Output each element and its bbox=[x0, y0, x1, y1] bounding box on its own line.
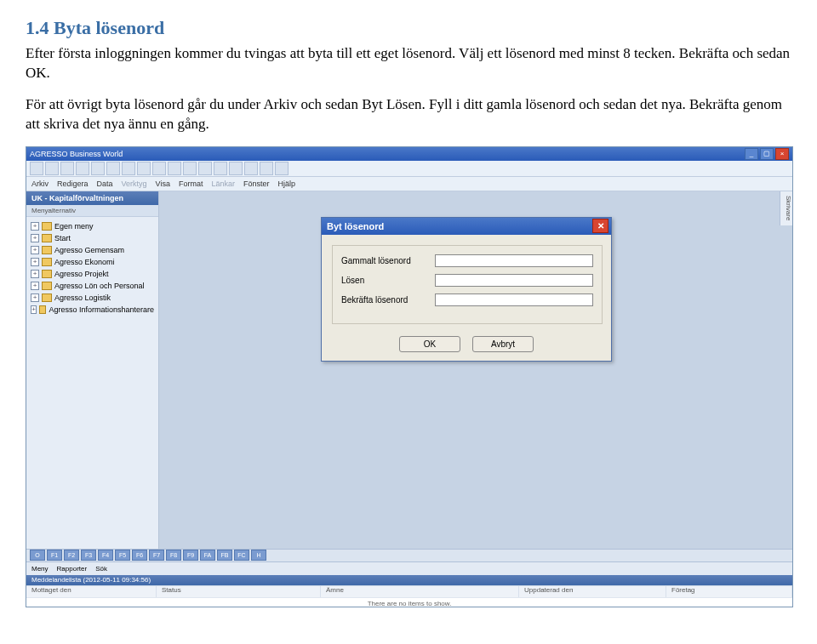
expand-icon[interactable]: + bbox=[31, 305, 37, 314]
menu-hjalp[interactable]: Hjälp bbox=[277, 180, 295, 188]
fkey[interactable]: O bbox=[30, 550, 45, 561]
tab-rapporter[interactable]: Rapporter bbox=[57, 565, 88, 573]
fkey[interactable]: F9 bbox=[183, 550, 198, 561]
fkey[interactable]: H bbox=[251, 550, 266, 561]
old-password-label: Gammalt lösenord bbox=[341, 256, 435, 265]
dialog-titlebar: Byt lösenord ✕ bbox=[322, 218, 611, 235]
fkey[interactable]: F8 bbox=[166, 550, 181, 561]
confirm-password-label: Bekräfta lösenord bbox=[341, 295, 435, 305]
fkey[interactable]: F4 bbox=[98, 550, 113, 561]
fkey[interactable]: F6 bbox=[132, 550, 147, 561]
folder-icon bbox=[42, 282, 52, 290]
toolbar-icon[interactable] bbox=[260, 162, 273, 175]
col-mottaget[interactable]: Mottaget den bbox=[26, 586, 157, 597]
folder-icon bbox=[42, 234, 52, 242]
toolbar-icon[interactable] bbox=[275, 162, 289, 175]
menu-arkiv[interactable]: Arkiv bbox=[31, 180, 49, 188]
ok-button[interactable]: OK bbox=[399, 336, 460, 352]
tree-item-projekt[interactable]: +Agresso Projekt bbox=[31, 268, 154, 280]
tree-item-gemensam[interactable]: +Agresso Gemensam bbox=[31, 244, 154, 256]
window-close-button[interactable]: × bbox=[775, 148, 789, 160]
tree-item-info[interactable]: +Agresso Informationshanterare bbox=[31, 304, 154, 316]
col-uppdaterad[interactable]: Uppdaterad den bbox=[519, 586, 666, 597]
folder-icon bbox=[42, 258, 52, 266]
fkey[interactable]: FC bbox=[234, 550, 249, 561]
sidebar: UK - Kapitalförvaltningen Menyalternativ… bbox=[26, 191, 159, 549]
toolbar-icon[interactable] bbox=[183, 162, 197, 175]
message-list-header: Meddelandelista (2012-05-11 09:34:56) bbox=[26, 575, 792, 585]
expand-icon[interactable]: + bbox=[31, 258, 39, 266]
app-window: AGRESSO Business World _ ▢ × Arkiv Redig… bbox=[26, 146, 793, 607]
toolbar-icon[interactable] bbox=[244, 162, 258, 175]
dialog-close-button[interactable]: ✕ bbox=[592, 219, 608, 233]
toolbar-icon[interactable] bbox=[91, 162, 105, 175]
tree-item-egen-meny[interactable]: +Egen meny bbox=[31, 220, 154, 232]
minimize-button[interactable]: _ bbox=[745, 148, 758, 160]
tab-meny[interactable]: Meny bbox=[31, 565, 49, 573]
fkey[interactable]: F1 bbox=[47, 550, 62, 561]
toolbar-icon[interactable] bbox=[198, 162, 212, 175]
folder-icon bbox=[39, 305, 46, 314]
sidebar-tree: +Egen meny +Start +Agresso Gemensam +Agr… bbox=[26, 217, 158, 319]
fkey[interactable]: F5 bbox=[115, 550, 130, 561]
section-heading: 1.4 Byta lösenord bbox=[26, 17, 791, 39]
expand-icon[interactable]: + bbox=[31, 282, 39, 290]
old-password-input[interactable] bbox=[435, 254, 593, 267]
folder-icon bbox=[42, 294, 52, 302]
toolbar-icon[interactable] bbox=[214, 162, 227, 175]
col-status[interactable]: Status bbox=[157, 586, 321, 597]
tree-item-ekonomi[interactable]: +Agresso Ekonomi bbox=[31, 256, 154, 268]
window-titlebar: AGRESSO Business World _ ▢ × bbox=[26, 147, 792, 161]
menu-fonster[interactable]: Fönster bbox=[243, 180, 270, 188]
fkey[interactable]: F7 bbox=[149, 550, 164, 561]
fkey[interactable]: FA bbox=[200, 550, 215, 561]
toolbar-icon[interactable] bbox=[76, 162, 89, 175]
fkey[interactable]: FB bbox=[217, 550, 232, 561]
toolbar-icon[interactable] bbox=[152, 162, 166, 175]
menu-lankar[interactable]: Länkar bbox=[211, 180, 235, 188]
expand-icon[interactable]: + bbox=[31, 294, 39, 302]
fkey[interactable]: F3 bbox=[81, 550, 96, 561]
maximize-button[interactable]: ▢ bbox=[760, 148, 774, 160]
tree-item-lon[interactable]: +Agresso Lön och Personal bbox=[31, 280, 154, 292]
tree-item-logistik[interactable]: +Agresso Logistik bbox=[31, 292, 154, 304]
main-area: Skrivare Byt lösenord ✕ Gammalt lösenord… bbox=[159, 191, 792, 549]
menu-format[interactable]: Format bbox=[179, 180, 203, 188]
tab-sok[interactable]: Sök bbox=[95, 565, 107, 573]
toolbar-icon[interactable] bbox=[229, 162, 243, 175]
expand-icon[interactable]: + bbox=[31, 222, 39, 231]
paragraph-2: För att övrigt byta lösenord går du unde… bbox=[26, 95, 791, 134]
function-key-bar: O F1 F2 F3 F4 F5 F6 F7 F8 F9 FA FB FC H bbox=[26, 549, 792, 561]
section-tabs: Meny Rapporter Sök bbox=[26, 561, 792, 575]
new-password-input[interactable] bbox=[435, 274, 593, 287]
toolbar-icon[interactable] bbox=[60, 162, 74, 175]
change-password-dialog: Byt lösenord ✕ Gammalt lösenord Lösen bbox=[321, 217, 612, 362]
fkey[interactable]: F2 bbox=[64, 550, 79, 561]
col-amne[interactable]: Ämne bbox=[321, 586, 519, 597]
folder-icon bbox=[42, 222, 52, 231]
expand-icon[interactable]: + bbox=[31, 234, 39, 242]
confirm-password-input[interactable] bbox=[435, 294, 593, 306]
tree-item-start[interactable]: +Start bbox=[31, 232, 154, 244]
column-headers: Mottaget den Status Ämne Uppdaterad den … bbox=[26, 585, 792, 597]
dialog-title-text: Byt lösenord bbox=[327, 221, 384, 231]
menu-data[interactable]: Data bbox=[97, 180, 113, 188]
toolbar-icon[interactable] bbox=[30, 162, 43, 175]
cancel-button[interactable]: Avbryt bbox=[472, 336, 534, 352]
expand-icon[interactable]: + bbox=[31, 270, 39, 278]
toolbar-icon[interactable] bbox=[137, 162, 151, 175]
skrivare-tab[interactable]: Skrivare bbox=[780, 191, 792, 225]
col-foretag[interactable]: Företag bbox=[666, 586, 792, 597]
menu-visa[interactable]: Visa bbox=[156, 180, 170, 188]
expand-icon[interactable]: + bbox=[31, 246, 39, 254]
menu-verktyg[interactable]: Verktyg bbox=[122, 180, 147, 188]
toolbar-icon[interactable] bbox=[168, 162, 181, 175]
toolbar-icon[interactable] bbox=[122, 162, 135, 175]
paragraph-1: Efter första inloggningen kommer du tvin… bbox=[26, 44, 791, 83]
toolbar-icons bbox=[26, 161, 792, 177]
empty-list-message: There are no items to show. bbox=[26, 597, 792, 607]
toolbar-icon[interactable] bbox=[106, 162, 120, 175]
folder-icon bbox=[42, 270, 52, 278]
menu-redigera[interactable]: Redigera bbox=[57, 180, 89, 188]
toolbar-icon[interactable] bbox=[45, 162, 59, 175]
